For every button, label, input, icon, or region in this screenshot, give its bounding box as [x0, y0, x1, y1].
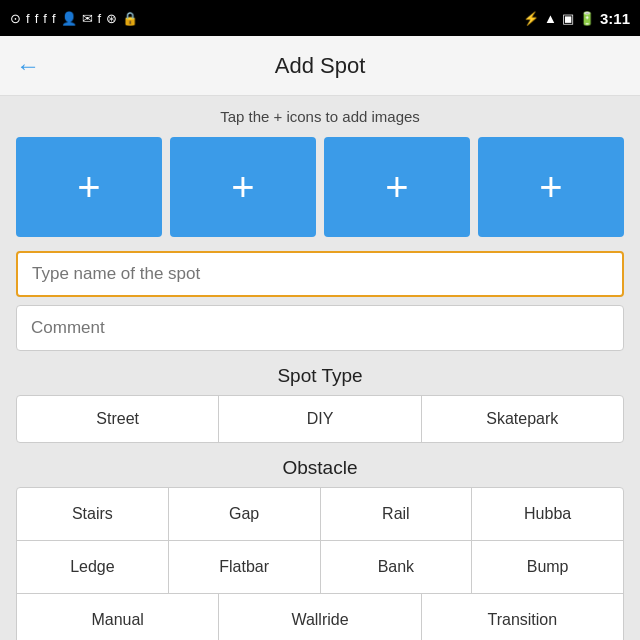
- plus-icon-4: +: [539, 167, 562, 207]
- content-area: Tap the + icons to add images + + + + Sp…: [0, 96, 640, 640]
- status-bar-left: ⊙ f f f f 👤 ✉ f ⊛ 🔒: [10, 11, 138, 26]
- spot-type-row: Street DIY Skatepark: [16, 395, 624, 443]
- bluetooth-icon: ⚡: [523, 11, 539, 26]
- status-time: 3:11: [600, 10, 630, 27]
- status-bar: ⊙ f f f f 👤 ✉ f ⊛ 🔒 ⚡ ▲ ▣ 🔋 3:11: [0, 0, 640, 36]
- spot-type-diy[interactable]: DIY: [219, 396, 421, 442]
- obstacle-wallride[interactable]: Wallride: [219, 594, 421, 640]
- plus-icon-1: +: [77, 167, 100, 207]
- header: ← Add Spot: [0, 36, 640, 96]
- status-bar-right: ⚡ ▲ ▣ 🔋 3:11: [523, 10, 630, 27]
- instruction-text: Tap the + icons to add images: [16, 108, 624, 125]
- battery-icon: 🔋: [579, 11, 595, 26]
- obstacle-gap[interactable]: Gap: [169, 488, 321, 540]
- status-icon-lock: 🔒: [122, 11, 138, 26]
- spot-type-title: Spot Type: [16, 365, 624, 387]
- status-icon-person: 👤: [61, 11, 77, 26]
- obstacle-row-1: Stairs Gap Rail Hubba: [17, 488, 623, 541]
- obstacle-ledge[interactable]: Ledge: [17, 541, 169, 593]
- obstacle-manual[interactable]: Manual: [17, 594, 219, 640]
- status-icon-mail: ✉: [82, 11, 93, 26]
- status-icon-fb2: f: [35, 11, 39, 26]
- image-slot-3[interactable]: +: [324, 137, 470, 237]
- status-icon-fb4: f: [52, 11, 56, 26]
- image-slot-1[interactable]: +: [16, 137, 162, 237]
- obstacle-grid: Stairs Gap Rail Hubba Ledge Flatbar Bank…: [16, 487, 624, 640]
- signal-icon: ▣: [562, 11, 574, 26]
- obstacle-bump[interactable]: Bump: [472, 541, 623, 593]
- status-icon-clock: ⊙: [10, 11, 21, 26]
- image-grid: + + + +: [16, 137, 624, 237]
- spot-type-street[interactable]: Street: [17, 396, 219, 442]
- obstacle-transition[interactable]: Transition: [422, 594, 623, 640]
- obstacle-flatbar[interactable]: Flatbar: [169, 541, 321, 593]
- page-title: Add Spot: [275, 53, 366, 79]
- wifi-icon: ▲: [544, 11, 557, 26]
- image-slot-4[interactable]: +: [478, 137, 624, 237]
- obstacle-title: Obstacle: [16, 457, 624, 479]
- status-icon-fb3: f: [43, 11, 47, 26]
- image-slot-2[interactable]: +: [170, 137, 316, 237]
- comment-input[interactable]: [16, 305, 624, 351]
- spot-type-skatepark[interactable]: Skatepark: [422, 396, 623, 442]
- spot-name-input[interactable]: [16, 251, 624, 297]
- back-button[interactable]: ←: [16, 52, 40, 80]
- obstacle-stairs[interactable]: Stairs: [17, 488, 169, 540]
- obstacle-row-2: Ledge Flatbar Bank Bump: [17, 541, 623, 594]
- obstacle-bank[interactable]: Bank: [321, 541, 473, 593]
- obstacle-row-3: Manual Wallride Transition: [17, 594, 623, 640]
- obstacle-rail[interactable]: Rail: [321, 488, 473, 540]
- obstacle-hubba[interactable]: Hubba: [472, 488, 623, 540]
- status-icon-alarm: ⊛: [106, 11, 117, 26]
- plus-icon-3: +: [385, 167, 408, 207]
- status-icon-fb5: f: [98, 11, 102, 26]
- plus-icon-2: +: [231, 167, 254, 207]
- status-icon-fb1: f: [26, 11, 30, 26]
